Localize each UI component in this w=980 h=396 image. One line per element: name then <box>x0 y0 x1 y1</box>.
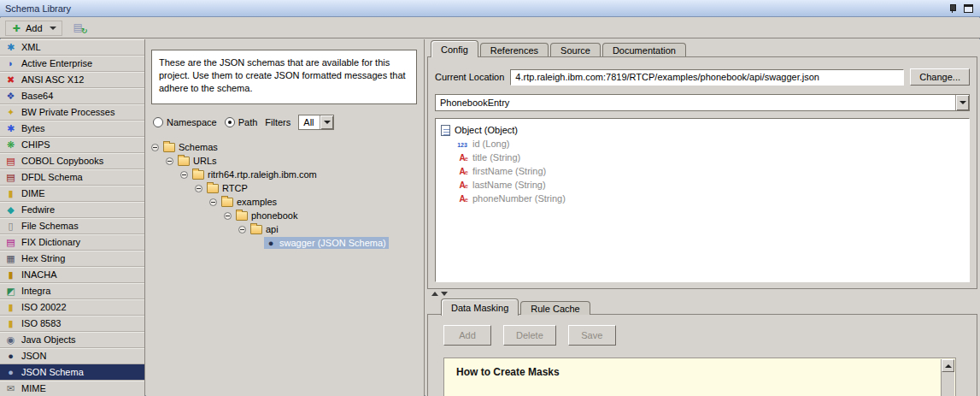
filters-combo[interactable]: All <box>298 115 334 130</box>
splitter-collapse-down-icon[interactable] <box>441 292 448 296</box>
expand-handle[interactable] <box>195 185 202 192</box>
tree-node-phonebook[interactable]: phonebook <box>146 209 424 222</box>
titlebar[interactable]: Schema Library <box>0 0 980 17</box>
sidebar-item-dime[interactable]: DIME <box>0 186 144 202</box>
sidebar-item-dfdl-schema[interactable]: DFDL Schema <box>0 169 144 186</box>
add-dropdown-arrow-icon[interactable] <box>50 27 56 30</box>
sync-schemas-button[interactable] <box>71 21 88 36</box>
tree-node-rtcp[interactable]: RTCP <box>146 181 424 195</box>
object-icon <box>441 125 450 136</box>
tab-documentation[interactable]: Documentation <box>602 43 686 56</box>
help-panel: How to Create Masks <box>443 358 956 396</box>
dime-icon <box>4 187 17 199</box>
namespace-radio-label: Namespace <box>167 117 217 127</box>
sidebar-item-iso-20022[interactable]: ISO 20022 <box>0 299 144 316</box>
schema-browser-panel: These are the JSON schemas that are avai… <box>146 39 425 396</box>
expand-handle[interactable] <box>180 171 188 179</box>
sidebar-item-json-schema[interactable]: JSON Schema <box>0 364 144 381</box>
masking-tabbar: Data MaskingRule Cache <box>427 298 977 315</box>
schema-node-title-string[interactable]: title (String) <box>436 151 969 164</box>
tree-node-label: phonebook <box>251 210 297 221</box>
maximize-icon[interactable] <box>964 4 973 13</box>
iso-20022-icon <box>4 301 17 313</box>
tree-node-api[interactable]: api <box>146 222 424 236</box>
sidebar-item-bytes[interactable]: Bytes <box>0 121 144 137</box>
filters-combo-arrow-button[interactable] <box>320 115 333 129</box>
splitter[interactable] <box>427 290 977 298</box>
expand-handle[interactable] <box>166 157 173 165</box>
sidebar-item-mime[interactable]: MIME <box>0 381 144 396</box>
tree-node-swagger-json-schema[interactable]: swagger (JSON Schema) <box>146 236 424 250</box>
tree-node-ritrh64-rtp-raleigh-ibm-com[interactable]: ritrh64.rtp.raleigh.ibm.com <box>146 168 424 181</box>
expand-handle[interactable] <box>238 226 246 233</box>
tree-node-schemas[interactable]: Schemas <box>146 140 424 154</box>
delete-button[interactable]: Delete <box>503 325 556 346</box>
chips-icon <box>4 139 17 151</box>
schema-node-label: lastName (String) <box>472 180 546 190</box>
folder-icon <box>221 198 233 207</box>
entry-selector[interactable]: PhonebookEntry <box>435 94 970 111</box>
tab-references[interactable]: References <box>480 43 549 56</box>
sidebar-item-inacha[interactable]: INACHA <box>0 267 144 283</box>
save-button[interactable]: Save <box>568 325 616 346</box>
sidebar-item-ansi-asc-x12[interactable]: ANSI ASC X12 <box>0 72 144 88</box>
current-location-input[interactable] <box>510 69 904 86</box>
scroll-up-button[interactable] <box>942 359 954 372</box>
splitter-collapse-up-icon[interactable] <box>431 292 438 296</box>
expand-handle[interactable] <box>224 212 232 220</box>
sidebar-item-label: COBOL Copybooks <box>21 156 103 166</box>
chevron-down-icon <box>324 121 331 124</box>
arrow-up-icon <box>945 364 952 368</box>
sidebar-item-json[interactable]: JSON <box>0 348 144 364</box>
schema-node-phonenumber-string[interactable]: phoneNumber (String) <box>436 192 969 205</box>
sidebar-item-label: INACHA <box>21 269 57 280</box>
string-icon <box>456 193 468 204</box>
sidebar-item-cobol-copybooks[interactable]: COBOL Copybooks <box>0 153 144 169</box>
sidebar-item-fedwire[interactable]: Fedwire <box>0 202 144 218</box>
tab-data-masking[interactable]: Data Masking <box>441 298 519 316</box>
sidebar-item-label: CHIPS <box>21 139 50 150</box>
add-icon <box>11 23 21 33</box>
sidebar-item-iso-8583[interactable]: ISO 8583 <box>0 316 144 332</box>
sidebar-item-bw-private-processes[interactable]: BW Private Processes <box>0 104 144 121</box>
tab-rule-cache[interactable]: Rule Cache <box>520 301 590 315</box>
filter-row: Namespace Path Filters All <box>153 115 424 130</box>
sidebar-item-file-schemas[interactable]: File Schemas <box>0 218 144 234</box>
pin-icon[interactable] <box>948 3 957 14</box>
sidebar-item-java-objects[interactable]: Java Objects <box>0 332 144 348</box>
tree-node-examples[interactable]: examples <box>146 195 424 209</box>
change-button[interactable]: Change... <box>910 68 970 86</box>
sidebar-item-label: DFDL Schema <box>21 172 83 182</box>
tab-config[interactable]: Config <box>431 40 478 57</box>
sidebar-item-base64[interactable]: Base64 <box>0 88 144 104</box>
schema-library-window: Schema Library Add XMLActive EnterpriseA… <box>0 0 980 396</box>
tab-source[interactable]: Source <box>550 43 601 56</box>
iso-8583-icon <box>4 317 17 329</box>
sidebar-item-active-enterprise[interactable]: Active Enterprise <box>0 56 144 72</box>
tree-node-content: phonebook <box>235 210 300 222</box>
add-button[interactable]: Add <box>5 21 62 36</box>
schema-tree: SchemasURLsritrh64.rtp.raleigh.ibm.comRT… <box>146 140 424 250</box>
sidebar-item-label: ANSI ASC X12 <box>21 74 84 85</box>
fedwire-icon <box>4 204 17 216</box>
sidebar-item-xml[interactable]: XML <box>0 39 144 56</box>
ansi-asc-x12-icon <box>4 74 17 86</box>
schema-node-lastname-string[interactable]: lastName (String) <box>436 178 969 192</box>
schema-node-object-object[interactable]: Object (Object) <box>436 123 969 137</box>
tree-node-content: URLs <box>177 155 220 167</box>
entry-selector-arrow-button[interactable] <box>955 95 969 110</box>
tree-node-urls[interactable]: URLs <box>146 154 424 168</box>
expand-handle[interactable] <box>209 198 217 206</box>
sidebar-item-hex-string[interactable]: Hex String <box>0 251 144 267</box>
expand-handle[interactable] <box>151 144 159 151</box>
sidebar-item-integra[interactable]: Integra <box>0 283 144 299</box>
help-scrollbar[interactable] <box>941 359 954 396</box>
folder-icon <box>207 184 219 193</box>
schema-node-id-long[interactable]: id (Long) <box>436 137 969 151</box>
path-radio[interactable]: Path <box>225 117 258 127</box>
add-button[interactable]: Add <box>443 325 491 346</box>
sidebar-item-fix-dictionary[interactable]: FIX Dictionary <box>0 234 144 251</box>
schema-node-firstname-string[interactable]: firstName (String) <box>436 164 969 178</box>
namespace-radio[interactable]: Namespace <box>153 117 217 127</box>
sidebar-item-chips[interactable]: CHIPS <box>0 137 144 153</box>
